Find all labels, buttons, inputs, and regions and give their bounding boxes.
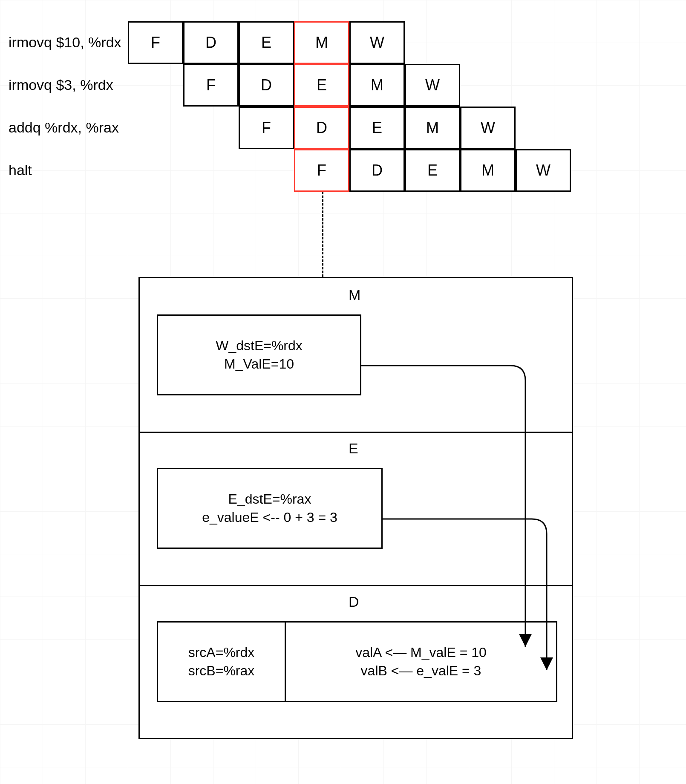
stage-label-m: M <box>349 287 360 303</box>
pipeline-cell-r2-c2: F <box>239 107 294 149</box>
pipeline-cell-r1-c1: F <box>183 64 239 107</box>
row-divider-2 <box>140 585 572 586</box>
e-line2: e_valueE <-- 0 + 3 = 3 <box>202 508 337 527</box>
pipeline-cell-r1-c2: D <box>239 64 294 107</box>
instr-label-2: addq %rdx, %rax <box>9 119 119 136</box>
m-line1: W_dstE=%rdx <box>216 337 303 355</box>
pipeline-cell-r2-c4: E <box>349 107 405 149</box>
dashed-connector <box>322 192 323 277</box>
pipeline-cell-r2-c6: W <box>460 107 516 149</box>
pipeline-cell-r0-c3: M <box>294 21 349 64</box>
d-right1: valA <— M_valE = 10 <box>355 643 487 662</box>
detail-box-m: W_dstE=%rdx M_ValE=10 <box>157 314 361 395</box>
pipeline-cell-r3-c6: M <box>460 149 516 192</box>
d-left1: srcA=%rdx <box>188 643 255 662</box>
pipeline-cell-r0-c2: E <box>239 21 294 64</box>
m-line2: M_ValE=10 <box>224 355 294 373</box>
row-divider-1 <box>140 432 572 433</box>
d-left2: srcB=%rax <box>188 662 255 680</box>
pipeline-cell-r0-c1: D <box>183 21 239 64</box>
pipeline-cell-r1-c5: W <box>405 64 460 107</box>
detail-box-d: srcA=%rdx srcB=%rax valA <— M_valE = 10 … <box>157 621 557 702</box>
pipeline-cell-r3-c7: W <box>516 149 571 192</box>
instr-label-0: irmovq $10, %rdx <box>9 34 121 51</box>
pipeline-cell-r0-c0: F <box>128 21 183 64</box>
pipeline-cell-r3-c5: E <box>405 149 460 192</box>
stage-label-d: D <box>349 594 359 610</box>
pipeline-cell-r3-c4: D <box>349 149 405 192</box>
pipeline-cell-r1-c3: E <box>294 64 349 107</box>
stage-label-e: E <box>349 440 358 457</box>
detail-box-e: E_dstE=%rax e_valueE <-- 0 + 3 = 3 <box>157 468 383 549</box>
instr-label-3: halt <box>9 162 32 179</box>
pipeline-cell-r1-c4: M <box>349 64 405 107</box>
pipeline-cell-r3-c3: F <box>294 149 349 192</box>
pipeline-cell-r0-c4: W <box>349 21 405 64</box>
instr-label-1: irmovq $3, %rdx <box>9 77 113 93</box>
e-line1: E_dstE=%rax <box>228 490 311 508</box>
pipeline-cell-r2-c5: M <box>405 107 460 149</box>
detail-panel: M E D W_dstE=%rdx M_ValE=10 E_dstE=%rax … <box>138 277 573 739</box>
d-right2: valB <— e_valE = 3 <box>361 662 481 680</box>
pipeline-cell-r2-c3: D <box>294 107 349 149</box>
